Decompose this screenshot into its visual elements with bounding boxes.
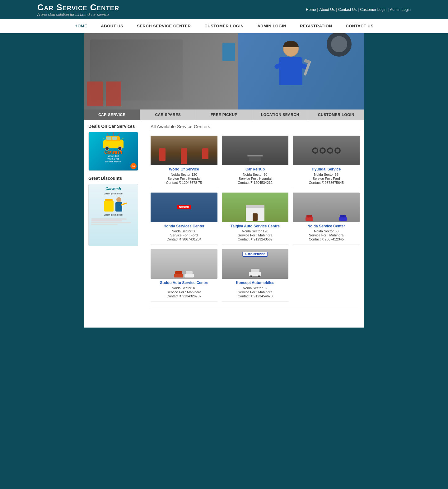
service-card-5-service: Service For : Mahindra <box>222 233 289 237</box>
service-card-4-name: Honda Services Center <box>151 224 217 229</box>
service-card-8-contact: Contact ₹ 9123454678 <box>222 294 289 298</box>
service-card-7-image <box>151 249 217 279</box>
site-title: Car Service Center <box>37 2 119 12</box>
site-logo: Car Service Center A one stop solution f… <box>37 2 119 17</box>
service-card-1-contact: Contact ₹ 12045678 75 <box>151 181 217 185</box>
service-card-7-service: Service For : Mahindra <box>151 290 217 294</box>
service-grid-row2: BOSCH Honda Services Center Noida Sector… <box>151 193 360 245</box>
service-card-5-contact: Contact ₹ 9123243567 <box>222 237 289 241</box>
service-card-4-image: BOSCH <box>151 193 217 222</box>
top-bar: Car Service Center A one stop solution f… <box>0 0 448 19</box>
service-card-6[interactable]: Noida Service Center Noida Sector 53 Ser… <box>293 193 360 245</box>
topbar-customer-login-link[interactable]: Customer Login <box>360 7 386 12</box>
service-card-2-service: Service For : Hyundai <box>222 177 289 180</box>
mechanic-figure <box>279 41 302 85</box>
service-card-6-contact: Contact ₹ 9867412345 <box>293 237 360 241</box>
carwash-deal-image[interactable]: Carwash Wheel dealWash & VacExpress exte… <box>88 132 138 171</box>
service-card-6-image <box>293 193 360 222</box>
hero-image-left <box>84 33 238 109</box>
nav-admin-login[interactable]: ADMIN LOGIN <box>250 19 293 33</box>
main-content: Deals On Car Services <box>84 120 364 328</box>
carwash-badge: 24 <box>130 163 137 169</box>
service-card-7-location: Noida Sector 18 <box>151 286 217 290</box>
service-card-2-location: Noida Sector 30 <box>222 173 289 176</box>
hero-tab-location-search[interactable]: LOCATION SEARCH <box>252 109 308 120</box>
nav-customer-login[interactable]: CUSTOMER LOGIN <box>198 19 250 33</box>
service-card-1-service: Service For : Hyundai <box>151 177 217 180</box>
service-card-4[interactable]: BOSCH Honda Services Center Noida Sector… <box>151 193 217 245</box>
carwash-ad: Carwash Wheel dealWash & VacExpress exte… <box>89 132 138 170</box>
service-card-1[interactable]: World Of Service Noida Sector 120 Servic… <box>151 136 217 188</box>
services-area: All Available Service Centers World O <box>151 124 360 312</box>
hero-tab-car-service[interactable]: CAR SERVICE <box>84 109 140 120</box>
discount-ad[interactable]: Carwash Lorem ipsum dolor! <box>88 184 138 246</box>
service-card-7-name: Guddu Auto Service Centre <box>151 281 217 286</box>
hero-image <box>84 33 364 109</box>
left-sidebar: Deals On Car Services <box>88 124 144 312</box>
service-card-1-name: World Of Service <box>151 167 217 172</box>
discount-ad-subtitle: Lorem ipsum dolor! <box>104 192 123 195</box>
service-card-7[interactable]: Guddu Auto Service Centre Noida Sector 1… <box>151 249 217 302</box>
service-card-6-name: Noida Service Center <box>293 224 360 229</box>
service-grid-empty-cell <box>293 249 360 302</box>
service-card-3-location: Noida Sector 55 <box>293 173 360 176</box>
service-card-6-location: Noida Sector 53 <box>293 229 360 233</box>
services-divider <box>151 307 360 307</box>
content-layout: Deals On Car Services <box>84 124 364 318</box>
service-card-5-image <box>222 193 289 222</box>
nav-registration[interactable]: REGISTRATION <box>293 19 339 33</box>
service-card-3[interactable]: Hyundai Service Noida Sector 55 Service … <box>293 136 360 188</box>
service-card-4-contact: Contact ₹ 9867431234 <box>151 237 217 241</box>
site-tagline: A one stop solution for all brand car se… <box>37 12 119 17</box>
deals-title: Deals On Car Services <box>88 124 144 129</box>
nav-about[interactable]: ABOUT US <box>94 19 130 33</box>
service-card-4-service: Service For : Ford <box>151 233 217 237</box>
service-card-8-name: Koncept Automobiles <box>222 281 289 286</box>
services-section-title: All Available Service Centers <box>151 124 360 131</box>
hero-tab-customer-login[interactable]: CUSTOMER LOGIN <box>308 109 364 120</box>
hero-tab-car-spares[interactable]: CAR SPARES <box>140 109 196 120</box>
service-card-8-location: Noida Sector 62 <box>222 286 289 290</box>
service-card-2-image <box>222 136 289 165</box>
topbar-about-link[interactable]: About Us <box>319 7 334 12</box>
discount-ad-body: Lorem ipsum dolor! <box>104 213 123 217</box>
service-card-3-image <box>293 136 360 165</box>
hero-tab-free-pickup[interactable]: FREE PICKUP <box>196 109 252 120</box>
service-card-8[interactable]: AUTO SERVICE Koncept Automobiles Noida S… <box>222 249 289 302</box>
service-grid-row3: Guddu Auto Service Centre Noida Sector 1… <box>151 249 360 302</box>
service-card-2-contact: Contact ₹ 1204534212 <box>222 181 289 185</box>
service-card-7-contact: Contact ₹ 9134326787 <box>151 294 217 298</box>
nav-home[interactable]: HOME <box>68 19 94 33</box>
discount-ad-title: Carwash <box>105 187 121 191</box>
nav-contact[interactable]: CONTACT US <box>339 19 380 33</box>
service-card-8-service: Service For : Mahindra <box>222 290 289 294</box>
topbar-contact-link[interactable]: Contact Us <box>338 7 357 12</box>
service-grid-row1: World Of Service Noida Sector 120 Servic… <box>151 136 360 188</box>
service-card-8-image: AUTO SERVICE <box>222 249 289 279</box>
service-card-2-name: Car ReHub <box>222 167 289 172</box>
topbar-home-link[interactable]: Home <box>306 7 316 12</box>
service-card-6-service: Service For : Mahindra <box>293 233 360 237</box>
service-card-5-name: Taigiya Auto Service Centre <box>222 224 289 229</box>
service-card-5-location: Noida Sector 120 <box>222 229 289 233</box>
top-bar-links: Home | About Us | Contact Us | Customer … <box>306 7 411 12</box>
footer-spacer <box>84 318 364 328</box>
service-card-1-location: Noida Sector 120 <box>151 173 217 176</box>
service-card-3-contact: Contact ₹ 9878675645 <box>293 181 360 185</box>
service-card-3-name: Hyundai Service <box>293 167 360 172</box>
service-card-4-location: Noida Sector 30 <box>151 229 217 233</box>
main-nav: HOME ABOUT US SERCH SERVICE CENTER CUSTO… <box>0 19 448 33</box>
service-card-2[interactable]: Car ReHub Noida Sector 30 Service For : … <box>222 136 289 188</box>
topbar-admin-login-link[interactable]: Admin Login <box>390 7 411 12</box>
service-card-1-image <box>151 136 217 165</box>
service-card-5[interactable]: Taigiya Auto Service Centre Noida Sector… <box>222 193 289 245</box>
hero-section: CAR SERVICE CAR SPARES FREE PICKUP LOCAT… <box>84 33 364 120</box>
hero-tabs: CAR SERVICE CAR SPARES FREE PICKUP LOCAT… <box>84 109 364 120</box>
discounts-title: Great Discounts <box>88 176 144 181</box>
nav-search-service[interactable]: SERCH SERVICE CENTER <box>130 19 198 33</box>
service-card-3-service: Service For : Ford <box>293 177 360 180</box>
